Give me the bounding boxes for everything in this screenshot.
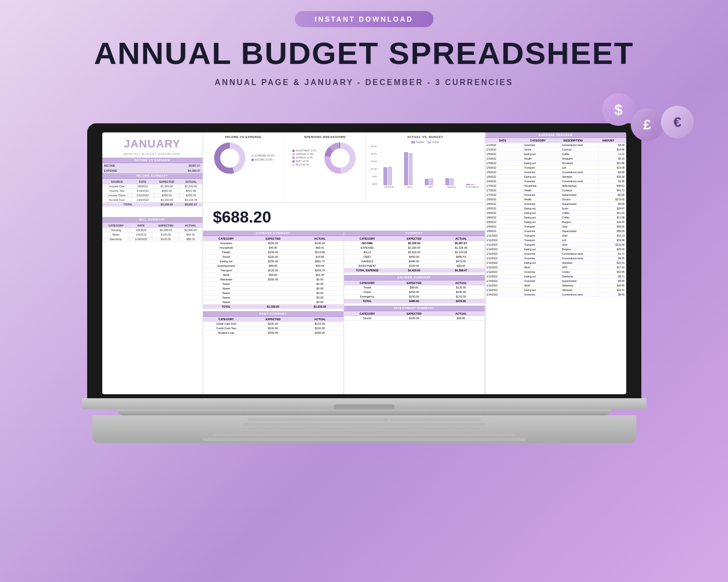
income-summary-table: SOURCEDATEEXPECTEDACTUAL Income One1/8/2… <box>102 179 203 207</box>
savings-summary-title: SAVINGS SUMMARY <box>344 275 485 280</box>
page-subtitle: ANNUAL PAGE & JANUARY - DECEMBER - 3 CUR… <box>215 78 513 87</box>
expense-label: EXPENSE <box>104 169 117 172</box>
data-panels-row: EXPENSE SUMMARY CATEGORYEXPECTEDACTUAL G… <box>203 231 485 394</box>
ive-section-title: INCOME VS EXPENSE <box>102 158 203 163</box>
laptop-screen: JANUARY MONTHLY BUDGET DASHBOARD INCOME … <box>87 123 641 398</box>
page-title: ANNUAL BUDGET SPREADSHEET <box>94 35 634 71</box>
bill-summary-title: BILL SUMMARY <box>102 217 203 223</box>
tracker-rows: 1/1/2022GroceriesConvenience store$3.49 … <box>486 143 626 297</box>
instant-download-label: INSTANT DOWNLOAD <box>295 11 434 27</box>
summary-panel: SUMMARY CATEGORYEXPECTEDACTUAL INCOME$5,… <box>344 231 485 394</box>
pound-icon: £ <box>631 108 664 141</box>
month-header: JANUARY <box>102 132 203 153</box>
income-value: $5087.67 <box>189 164 201 167</box>
left-panel: JANUARY MONTHLY BUDGET DASHBOARD INCOME … <box>102 132 203 394</box>
ive-chart-title: INCOME VS EXPENSE <box>206 135 281 138</box>
big-number-section: $688.20 <box>203 203 485 231</box>
actual-vs-budget-chart: ACTUAL VS. BUDGET Budget Actual $2,500$2… <box>366 132 485 202</box>
income-label: INCOME <box>104 164 115 167</box>
big-number: $688.20 <box>213 208 272 227</box>
euro-icon: € <box>661 106 694 138</box>
expense-summary-title: EXPENSE SUMMARY <box>203 231 344 236</box>
laptop-foot <box>117 409 611 415</box>
tracker-headers: DATECATEGORYDESCRIPTIONAMOUNT <box>486 138 626 143</box>
spreadsheet-content: JANUARY MONTHLY BUDGET DASHBOARD INCOME … <box>102 132 626 394</box>
expense-value: $4,399.47 <box>188 169 200 172</box>
spreadsheet-screen: JANUARY MONTHLY BUDGET DASHBOARD INCOME … <box>102 132 626 394</box>
laptop-notch <box>334 404 394 409</box>
laptop-base <box>82 398 646 409</box>
spending-breakdown-chart: SPENDING BREAKDOWN INVESTMENT 2.1% EXPEN… <box>284 132 366 202</box>
middle-panel: INCOME VS EXPENSE EXPENSE 46.4% INCOME 5… <box>203 132 485 394</box>
bill-summary-table: CATEGORYDATEEXPECTEDACTUAL Housing1/3/20… <box>102 223 203 242</box>
dollar-icon: $ <box>602 93 635 126</box>
income-expense-chart: INCOME VS EXPENSE EXPENSE 46.4% INCOME 5… <box>203 132 285 202</box>
laptop-keyboard <box>92 415 636 443</box>
laptop-mockup: JANUARY MONTHLY BUDGET DASHBOARD INCOME … <box>87 123 641 443</box>
avb-chart-title: ACTUAL VS. BUDGET <box>369 135 481 138</box>
month-subheader: MONTHLY BUDGET DASHBOARD <box>102 153 203 156</box>
debt-summary-title: DEBT SUMMARY <box>203 311 344 317</box>
income-summary-title: INCOME SUMMARY <box>102 173 203 179</box>
ive-rows: INCOME $5087.67 EXPENSE $4,399.47 <box>102 163 203 173</box>
charts-row: INCOME VS EXPENSE EXPENSE 46.4% INCOME 5… <box>203 132 485 203</box>
spending-chart-title: SPENDING BREAKDOWN <box>287 135 362 138</box>
summary-title: SUMMARY <box>344 231 485 236</box>
investment-summary-title: INVESTMENT SUMMARY <box>344 306 485 311</box>
expense-tracker-title: EXPENSE TRACKER <box>486 132 626 138</box>
expense-tracker-panel: EXPENSE TRACKER DATECATEGORYDESCRIPTIONA… <box>485 132 626 394</box>
expense-summary-panel: EXPENSE SUMMARY CATEGORYEXPECTEDACTUAL G… <box>203 231 344 394</box>
